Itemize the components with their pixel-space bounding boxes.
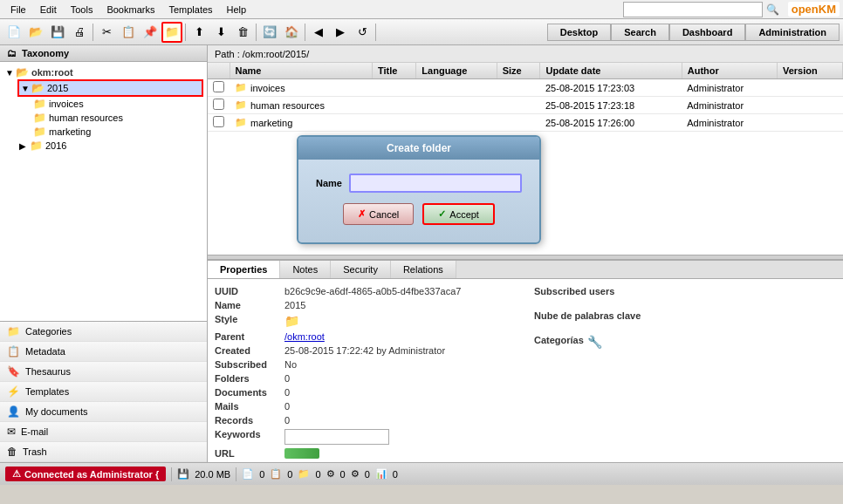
categorias-title: Categorías xyxy=(534,335,584,345)
menu-edit[interactable]: Edit xyxy=(33,3,64,17)
2015-children: 📁 invoices 📁 human resources 📁 marketing xyxy=(17,97,203,139)
main-toolbar: 📄 📂 💾 🖨 ✂ 📋 📌 📁 ⬆ ⬇ 🗑 🔄 🏠 ◀ ▶ ↺ Desktop … xyxy=(0,19,843,45)
tab-relations[interactable]: Relations xyxy=(391,261,456,278)
categories-icon: 📁 xyxy=(7,325,20,337)
accept-button[interactable]: ✓ Accept xyxy=(422,203,495,225)
open-btn[interactable]: 📂 xyxy=(25,22,46,43)
path-bar: Path : /okm:root/2015/ xyxy=(208,45,843,63)
tab-dashboard[interactable]: Dashboard xyxy=(669,24,745,41)
warning-icon: ⚠ xyxy=(12,468,21,480)
table-row[interactable]: 📁human resources 25-08-2015 17:23:18 Adm… xyxy=(208,97,843,114)
reload-btn[interactable]: ↺ xyxy=(352,22,373,43)
status-icon-3: ⚙ xyxy=(326,468,335,480)
col-update-date[interactable]: Update date xyxy=(540,63,682,79)
metadata-label: Metadata xyxy=(25,346,65,357)
new-folder-btn[interactable]: 📄 xyxy=(3,22,24,43)
prop-mails-value: 0 xyxy=(284,401,290,412)
prop-created-value: 25-08-2015 17:22:42 by Administrator xyxy=(284,345,445,356)
save-btn[interactable]: 💾 xyxy=(47,22,68,43)
marketing-folder-icon: 📁 xyxy=(33,126,46,138)
create-folder-btn[interactable]: 📁 xyxy=(161,22,182,43)
prop-url-row: URL xyxy=(215,448,517,459)
prop-folders-row: Folders 0 xyxy=(215,373,517,384)
tree-item-2015[interactable]: ▼ 📂 2015 xyxy=(17,79,203,97)
mydocs-label: My documents xyxy=(25,406,88,417)
download-btn[interactable]: ⬇ xyxy=(210,22,231,43)
doc-icon: 📄 xyxy=(242,468,254,480)
tree-item-2016[interactable]: ▶ 📁 2016 xyxy=(17,139,203,153)
prop-parent-value[interactable]: /okm:root xyxy=(284,331,325,342)
back-btn[interactable]: ◀ xyxy=(308,22,329,43)
home-btn[interactable]: 🏠 xyxy=(281,22,302,43)
forward-btn[interactable]: ▶ xyxy=(330,22,351,43)
mydocs-icon: 👤 xyxy=(7,405,20,418)
menu-bookmarks[interactable]: Bookmarks xyxy=(99,3,161,17)
menu-file[interactable]: File xyxy=(3,3,33,17)
cut-btn[interactable]: ✂ xyxy=(96,22,117,43)
menu-tools[interactable]: Tools xyxy=(64,3,100,17)
app-logo: openKM xyxy=(788,2,840,17)
table-row[interactable]: 📁invoices 25-08-2015 17:23:03 Administra… xyxy=(208,79,843,97)
taxonomy-icon: 🗂 xyxy=(7,48,17,58)
refresh-btn[interactable]: 🔄 xyxy=(259,22,280,43)
properties-tabs: Properties Notes Security Relations xyxy=(208,261,843,279)
menu-templates[interactable]: Templates xyxy=(161,3,219,17)
upload-btn[interactable]: ⬆ xyxy=(188,22,209,43)
categorias-icon: 🔧 xyxy=(587,335,602,349)
tab-properties[interactable]: Properties xyxy=(208,261,280,278)
row-checkbox-1[interactable] xyxy=(213,99,224,110)
sidebar-item-categories[interactable]: 📁 Categories xyxy=(0,322,207,342)
sep2 xyxy=(185,24,186,41)
sidebar-item-mydocs[interactable]: 👤 My documents xyxy=(0,402,207,422)
col-size[interactable]: Size xyxy=(497,63,540,79)
root-toggle[interactable]: ▼ xyxy=(5,68,16,78)
row-folder-icon-0: 📁 xyxy=(235,82,247,93)
tab-security[interactable]: Security xyxy=(331,261,391,278)
table-row[interactable]: 📁marketing 25-08-2015 17:26:00 Administr… xyxy=(208,114,843,132)
tab-notes[interactable]: Notes xyxy=(280,261,331,278)
properties-content: UUID b26c9c9e-a6df-4865-a0b5-d4fbe337aca… xyxy=(208,279,843,462)
paste-btn[interactable]: 📌 xyxy=(140,22,161,43)
thesaurus-label: Thesaurus xyxy=(25,366,71,377)
tree-item-hr[interactable]: 📁 human resources xyxy=(31,111,203,125)
tab-search[interactable]: Search xyxy=(611,24,669,41)
accept-label: Accept xyxy=(449,209,479,220)
tree-item-root[interactable]: ▼ 📂 okm:root xyxy=(3,65,203,79)
root-label: okm:root xyxy=(31,67,73,78)
row-checkbox-0[interactable] xyxy=(213,81,224,92)
sidebar-item-thesaurus[interactable]: 🔖 Thesaurus xyxy=(0,362,207,382)
row-version-1 xyxy=(777,97,842,114)
tree-item-invoices[interactable]: 📁 invoices xyxy=(31,97,203,111)
sidebar-item-metadata[interactable]: 📋 Metadata xyxy=(0,342,207,362)
col-title[interactable]: Title xyxy=(373,63,416,79)
tree-item-marketing[interactable]: 📁 marketing xyxy=(31,125,203,139)
menu-help[interactable]: Help xyxy=(220,3,254,17)
delete-btn[interactable]: 🗑 xyxy=(232,22,253,43)
copy-btn[interactable]: 📋 xyxy=(118,22,139,43)
top-search-input[interactable] xyxy=(623,2,763,17)
dialog-name-field: Name xyxy=(316,174,522,193)
dialog-title: Create folder xyxy=(298,137,539,160)
file-tree[interactable]: ▼ 📂 okm:root ▼ 📂 2015 📁 invoices xyxy=(0,62,207,321)
2016-toggle[interactable]: ▶ xyxy=(19,141,30,151)
col-language[interactable]: Language xyxy=(416,63,497,79)
row-checkbox-2[interactable] xyxy=(213,116,224,127)
col-name[interactable]: Name xyxy=(230,63,373,79)
prop-records-label: Records xyxy=(215,415,284,426)
print-btn[interactable]: 🖨 xyxy=(69,22,90,43)
2015-toggle[interactable]: ▼ xyxy=(21,84,31,93)
tab-administration[interactable]: Administration xyxy=(745,24,840,41)
tab-desktop[interactable]: Desktop xyxy=(547,24,611,41)
prop-folders-label: Folders xyxy=(215,373,284,384)
folder-name-input[interactable] xyxy=(349,174,522,193)
cancel-button[interactable]: ✗ Cancel xyxy=(343,203,414,225)
col-author[interactable]: Author xyxy=(682,63,777,79)
sidebar-item-email[interactable]: ✉ E-mail xyxy=(0,422,207,442)
main-layout: 🗂 Taxonomy ▼ 📂 okm:root ▼ 📂 2015 xyxy=(0,45,843,462)
col-version[interactable]: Version xyxy=(777,63,842,79)
sep5 xyxy=(375,24,376,41)
root-children: ▼ 📂 2015 📁 invoices 📁 human resources xyxy=(3,79,203,153)
categorias-row: Categorías 🔧 xyxy=(534,335,836,349)
sidebar-item-trash[interactable]: 🗑 Trash xyxy=(0,442,207,462)
sidebar-item-templates[interactable]: ⚡ Templates xyxy=(0,382,207,402)
